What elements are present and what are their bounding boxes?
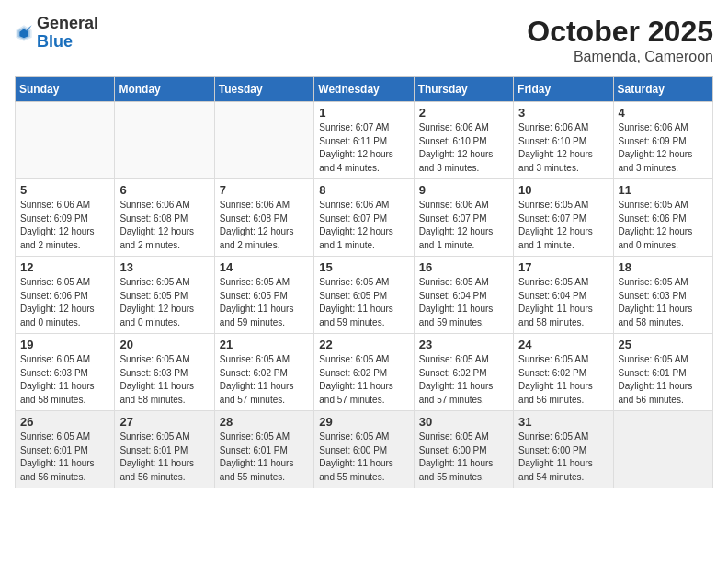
- logo-icon: [15, 24, 33, 42]
- calendar-cell: 21Sunrise: 6:05 AM Sunset: 6:02 PM Dayli…: [214, 334, 313, 411]
- calendar-week-2: 5Sunrise: 6:06 AM Sunset: 6:09 PM Daylig…: [16, 179, 713, 257]
- calendar-cell: [115, 102, 214, 179]
- day-info: Sunrise: 6:06 AM Sunset: 6:08 PM Dayligh…: [119, 199, 209, 252]
- day-number: 22: [319, 338, 408, 351]
- day-info: Sunrise: 6:05 AM Sunset: 6:02 PM Dayligh…: [419, 353, 508, 407]
- calendar-cell: 17Sunrise: 6:05 AM Sunset: 6:04 PM Dayli…: [514, 257, 613, 334]
- day-info: Sunrise: 6:05 AM Sunset: 6:01 PM Dayligh…: [119, 431, 209, 484]
- calendar-cell: 23Sunrise: 6:05 AM Sunset: 6:02 PM Dayli…: [414, 334, 513, 411]
- calendar-cell: 7Sunrise: 6:06 AM Sunset: 6:08 PM Daylig…: [214, 179, 313, 257]
- day-info: Sunrise: 6:05 AM Sunset: 6:03 PM Dayligh…: [119, 353, 209, 407]
- calendar-cell: 25Sunrise: 6:05 AM Sunset: 6:01 PM Dayli…: [613, 334, 712, 411]
- day-number: 23: [419, 338, 508, 351]
- day-number: 17: [518, 260, 608, 274]
- day-number: 6: [119, 183, 209, 197]
- day-info: Sunrise: 6:05 AM Sunset: 6:05 PM Dayligh…: [319, 276, 408, 329]
- day-number: 26: [20, 415, 109, 429]
- day-info: Sunrise: 6:05 AM Sunset: 6:01 PM Dayligh…: [619, 353, 708, 407]
- day-number: 7: [220, 183, 309, 197]
- calendar-cell: [214, 102, 313, 179]
- day-info: Sunrise: 6:05 AM Sunset: 6:07 PM Dayligh…: [518, 199, 608, 252]
- calendar-cell: 11Sunrise: 6:05 AM Sunset: 6:06 PM Dayli…: [613, 179, 712, 257]
- weekday-header-thursday: Thursday: [414, 77, 513, 102]
- calendar-cell: 6Sunrise: 6:06 AM Sunset: 6:08 PM Daylig…: [115, 179, 214, 257]
- day-info: Sunrise: 6:05 AM Sunset: 6:00 PM Dayligh…: [419, 431, 508, 484]
- day-info: Sunrise: 6:05 AM Sunset: 6:02 PM Dayligh…: [220, 353, 309, 407]
- day-info: Sunrise: 6:06 AM Sunset: 6:07 PM Dayligh…: [419, 199, 508, 252]
- day-number: 5: [20, 183, 109, 197]
- day-number: 25: [619, 338, 708, 351]
- day-info: Sunrise: 6:07 AM Sunset: 6:11 PM Dayligh…: [319, 121, 408, 175]
- location: Bamenda, Cameroon: [527, 49, 713, 65]
- calendar-cell: 16Sunrise: 6:05 AM Sunset: 6:04 PM Dayli…: [414, 257, 513, 334]
- day-number: 19: [20, 338, 109, 351]
- calendar-cell: 27Sunrise: 6:05 AM Sunset: 6:01 PM Dayli…: [115, 411, 214, 488]
- calendar-cell: 31Sunrise: 6:05 AM Sunset: 6:00 PM Dayli…: [514, 411, 613, 488]
- day-number: 3: [518, 106, 608, 120]
- title-block: October 2025 Bamenda, Cameroon: [527, 15, 713, 65]
- day-number: 9: [419, 183, 508, 197]
- day-info: Sunrise: 6:05 AM Sunset: 6:03 PM Dayligh…: [20, 353, 109, 407]
- day-info: Sunrise: 6:05 AM Sunset: 6:00 PM Dayligh…: [518, 431, 608, 484]
- calendar-cell: 13Sunrise: 6:05 AM Sunset: 6:05 PM Dayli…: [115, 257, 214, 334]
- day-number: 21: [220, 338, 309, 351]
- calendar-cell: 22Sunrise: 6:05 AM Sunset: 6:02 PM Dayli…: [314, 334, 414, 411]
- day-info: Sunrise: 6:05 AM Sunset: 6:03 PM Dayligh…: [619, 276, 708, 329]
- day-info: Sunrise: 6:06 AM Sunset: 6:09 PM Dayligh…: [20, 199, 109, 252]
- weekday-header-sunday: Sunday: [16, 77, 115, 102]
- calendar-cell: 1Sunrise: 6:07 AM Sunset: 6:11 PM Daylig…: [314, 102, 414, 179]
- weekday-header-row: SundayMondayTuesdayWednesdayThursdayFrid…: [16, 77, 713, 102]
- day-number: 30: [419, 415, 508, 429]
- day-number: 10: [518, 183, 608, 197]
- day-info: Sunrise: 6:05 AM Sunset: 6:05 PM Dayligh…: [220, 276, 309, 329]
- day-number: 2: [419, 106, 508, 120]
- day-number: 11: [619, 183, 708, 197]
- calendar-cell: 20Sunrise: 6:05 AM Sunset: 6:03 PM Dayli…: [115, 334, 214, 411]
- calendar-cell: 15Sunrise: 6:05 AM Sunset: 6:05 PM Dayli…: [314, 257, 414, 334]
- day-info: Sunrise: 6:06 AM Sunset: 6:08 PM Dayligh…: [220, 199, 309, 252]
- day-number: 13: [119, 260, 209, 274]
- day-number: 31: [518, 415, 608, 429]
- calendar-week-1: 1Sunrise: 6:07 AM Sunset: 6:11 PM Daylig…: [16, 102, 713, 179]
- calendar-cell: 10Sunrise: 6:05 AM Sunset: 6:07 PM Dayli…: [514, 179, 613, 257]
- calendar-cell: [613, 411, 712, 488]
- calendar-cell: 4Sunrise: 6:06 AM Sunset: 6:09 PM Daylig…: [613, 102, 712, 179]
- calendar-cell: 26Sunrise: 6:05 AM Sunset: 6:01 PM Dayli…: [16, 411, 115, 488]
- day-number: 29: [319, 415, 408, 429]
- day-info: Sunrise: 6:05 AM Sunset: 6:04 PM Dayligh…: [419, 276, 508, 329]
- calendar-cell: 9Sunrise: 6:06 AM Sunset: 6:07 PM Daylig…: [414, 179, 513, 257]
- day-number: 24: [518, 338, 608, 351]
- calendar-cell: [16, 102, 115, 179]
- weekday-header-saturday: Saturday: [613, 77, 712, 102]
- day-info: Sunrise: 6:06 AM Sunset: 6:07 PM Dayligh…: [319, 199, 408, 252]
- calendar-cell: 12Sunrise: 6:05 AM Sunset: 6:06 PM Dayli…: [16, 257, 115, 334]
- day-number: 8: [319, 183, 408, 197]
- page-header: General Blue October 2025 Bamenda, Camer…: [15, 15, 713, 65]
- day-info: Sunrise: 6:05 AM Sunset: 6:06 PM Dayligh…: [619, 199, 708, 252]
- calendar-week-4: 19Sunrise: 6:05 AM Sunset: 6:03 PM Dayli…: [16, 334, 713, 411]
- weekday-header-tuesday: Tuesday: [214, 77, 313, 102]
- day-info: Sunrise: 6:05 AM Sunset: 6:06 PM Dayligh…: [20, 276, 109, 329]
- calendar-cell: 8Sunrise: 6:06 AM Sunset: 6:07 PM Daylig…: [314, 179, 414, 257]
- calendar-table: SundayMondayTuesdayWednesdayThursdayFrid…: [15, 76, 713, 488]
- calendar-cell: 14Sunrise: 6:05 AM Sunset: 6:05 PM Dayli…: [214, 257, 313, 334]
- calendar-week-3: 12Sunrise: 6:05 AM Sunset: 6:06 PM Dayli…: [16, 257, 713, 334]
- calendar-cell: 18Sunrise: 6:05 AM Sunset: 6:03 PM Dayli…: [613, 257, 712, 334]
- logo: General Blue: [15, 15, 98, 52]
- calendar-week-5: 26Sunrise: 6:05 AM Sunset: 6:01 PM Dayli…: [16, 411, 713, 488]
- day-info: Sunrise: 6:05 AM Sunset: 6:04 PM Dayligh…: [518, 276, 608, 329]
- day-info: Sunrise: 6:05 AM Sunset: 6:00 PM Dayligh…: [319, 431, 408, 484]
- day-info: Sunrise: 6:06 AM Sunset: 6:09 PM Dayligh…: [619, 121, 708, 175]
- day-number: 14: [220, 260, 309, 274]
- day-info: Sunrise: 6:06 AM Sunset: 6:10 PM Dayligh…: [518, 121, 608, 175]
- day-info: Sunrise: 6:05 AM Sunset: 6:01 PM Dayligh…: [20, 431, 109, 484]
- day-info: Sunrise: 6:05 AM Sunset: 6:02 PM Dayligh…: [518, 353, 608, 407]
- calendar-cell: 3Sunrise: 6:06 AM Sunset: 6:10 PM Daylig…: [514, 102, 613, 179]
- logo-general-text: General: [37, 15, 98, 33]
- calendar-cell: 19Sunrise: 6:05 AM Sunset: 6:03 PM Dayli…: [16, 334, 115, 411]
- calendar-cell: 24Sunrise: 6:05 AM Sunset: 6:02 PM Dayli…: [514, 334, 613, 411]
- day-info: Sunrise: 6:06 AM Sunset: 6:10 PM Dayligh…: [419, 121, 508, 175]
- day-number: 27: [119, 415, 209, 429]
- day-info: Sunrise: 6:05 AM Sunset: 6:02 PM Dayligh…: [319, 353, 408, 407]
- day-number: 12: [20, 260, 109, 274]
